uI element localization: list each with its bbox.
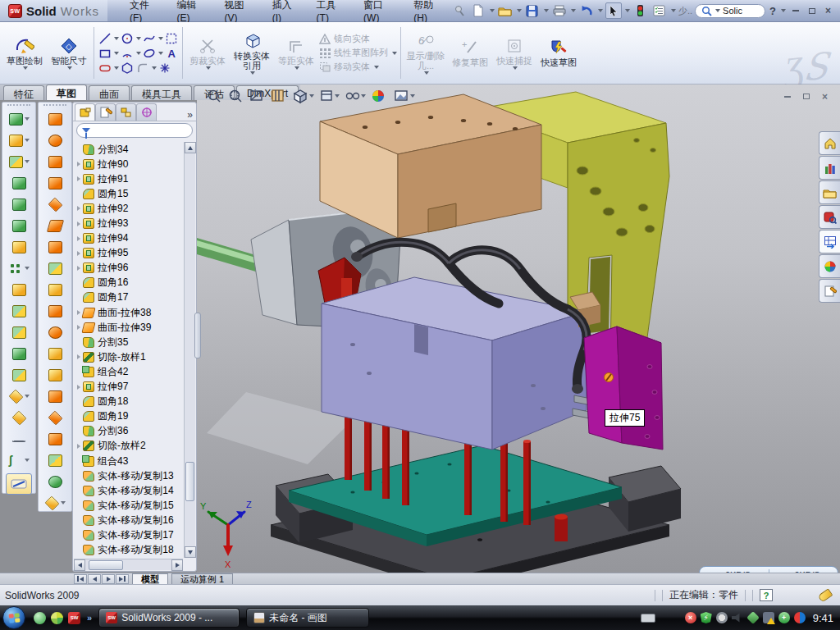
arc-dropdown-icon[interactable] [136, 52, 141, 55]
text-icon[interactable]: A [164, 46, 179, 60]
offset-entities-button[interactable]: 等距实体 [275, 24, 317, 82]
tree-item[interactable]: 圆角15 [75, 186, 183, 201]
tree-item[interactable]: 圆角18 [75, 395, 183, 409]
app-minimize-button[interactable] [788, 5, 802, 17]
dimxpert-manager-tab-icon[interactable] [136, 103, 157, 121]
delete-face-icon[interactable] [39, 407, 71, 428]
options-list-icon[interactable] [651, 2, 668, 19]
expand-arrow-icon[interactable] [75, 236, 83, 241]
tree-item[interactable]: 圆角16 [75, 276, 183, 290]
taskbar-window-solidworks[interactable]: SW SolidWorks 2009 - ... [98, 608, 240, 628]
tree-item[interactable]: 曲面-拉伸38 [75, 305, 183, 320]
spline-icon[interactable] [142, 31, 157, 45]
measure-tool-button[interactable] [6, 473, 32, 495]
scheduler-icon[interactable] [716, 612, 728, 623]
slide-insert-magenta[interactable] [584, 326, 663, 450]
tree-horizontal-scrollbar[interactable] [74, 559, 183, 570]
sketch-button[interactable]: 草图绘制 [3, 24, 46, 82]
display-delete-dropdown-icon[interactable] [424, 71, 429, 75]
tree-item[interactable]: 切除-放样1 [75, 349, 183, 364]
tab-mold-tools[interactable]: 模具工具 [131, 85, 192, 100]
knit-surface-icon[interactable] [39, 343, 71, 364]
tab-model[interactable]: 模型 [132, 573, 168, 584]
linear-pattern-dropdown-icon[interactable] [392, 52, 397, 55]
app-restore-button[interactable] [805, 5, 819, 17]
move-entities-button[interactable]: 移动实体 [319, 61, 397, 73]
tree-item[interactable]: 拉伸93 [75, 216, 183, 231]
search-scope-dropdown-icon[interactable] [715, 9, 720, 12]
scroll-left-button[interactable] [74, 559, 85, 571]
shell-tool-icon[interactable] [2, 194, 35, 215]
help-icon[interactable]: ? [768, 5, 778, 17]
quick-snaps-dropdown-icon[interactable] [513, 66, 518, 70]
rebuild-traffic-light-icon[interactable] [632, 2, 649, 19]
messenger-icon[interactable] [34, 612, 46, 624]
save-dropdown-icon[interactable] [544, 9, 549, 12]
first-tab-button[interactable] [74, 574, 87, 584]
untrim-surface-icon[interactable] [39, 322, 71, 343]
feature-manager-tab-icon[interactable] [75, 103, 95, 121]
ellipse-dropdown-icon[interactable] [158, 52, 163, 55]
extend-surface-icon[interactable] [39, 279, 71, 300]
solidworks-search-icon[interactable] [819, 205, 840, 229]
tree-item[interactable]: 曲面-拉伸39 [75, 320, 183, 335]
move-entities-dropdown-icon[interactable] [374, 66, 379, 69]
open-dropdown-icon[interactable] [517, 9, 522, 12]
scroll-up-button[interactable] [185, 142, 196, 153]
slot-dropdown-icon[interactable] [114, 66, 119, 70]
print-icon[interactable] [551, 2, 568, 19]
undo-dropdown-icon[interactable] [598, 9, 603, 12]
volume-icon[interactable] [732, 612, 743, 623]
line-icon[interactable] [98, 31, 112, 45]
scroll-thumb[interactable] [185, 462, 194, 501]
split-tool-icon[interactable] [2, 322, 35, 343]
trim-dropdown-icon[interactable] [206, 66, 211, 70]
panel-splitter-handle[interactable] [194, 313, 201, 358]
planar-surface-icon[interactable] [39, 215, 71, 236]
ellipse-icon[interactable] [142, 46, 157, 60]
combine-tool-icon[interactable] [2, 300, 35, 322]
app-close-button[interactable]: × [821, 5, 835, 17]
custom-properties-icon[interactable] [819, 279, 840, 303]
cavity-tool-icon[interactable] [2, 279, 35, 300]
file-explorer-icon[interactable] [819, 180, 840, 204]
antivirus-icon[interactable]: × [685, 612, 696, 623]
display-delete-relations-button[interactable]: 6⁄ 显示/删除几... [404, 24, 447, 82]
taskbar-window-paint[interactable]: 未命名 - 画图 [246, 608, 369, 628]
axis-tool-icon[interactable] [2, 428, 35, 450]
offset-dropdown-icon[interactable] [294, 66, 299, 70]
hscroll-thumb[interactable] [89, 560, 123, 570]
tree-item[interactable]: 分割35 [75, 335, 183, 349]
property-manager-tab-icon[interactable] [95, 103, 116, 121]
design-library-icon[interactable] [819, 156, 840, 180]
convert-dropdown-icon[interactable] [250, 71, 255, 75]
doc-restore-button[interactable] [799, 90, 813, 103]
trim-entities-button[interactable]: 剪裁实体 [186, 24, 229, 82]
circle-icon[interactable] [120, 31, 135, 45]
thicken-icon[interactable] [39, 364, 71, 386]
select-dropdown-icon[interactable] [625, 9, 630, 12]
next-tab-button[interactable] [102, 574, 115, 584]
tree-item[interactable]: 实体-移动/复制18 [75, 543, 183, 558]
view-palette-icon[interactable] [819, 230, 840, 253]
open-folder-icon[interactable] [497, 2, 514, 19]
tree-item[interactable]: 拉伸91 [75, 171, 183, 186]
keyboard-layout-icon[interactable] [641, 614, 655, 623]
toolbar-overflow-label[interactable]: 少.. [678, 5, 692, 17]
undo-icon[interactable] [578, 2, 595, 19]
extrude-cut-icon[interactable] [2, 130, 35, 151]
tree-item[interactable]: 实体-移动/复制16 [75, 513, 183, 527]
expand-arrow-icon[interactable] [75, 162, 83, 167]
tree-item[interactable]: 实体-移动/复制15 [75, 498, 183, 513]
lofted-surface-icon[interactable] [39, 151, 71, 172]
tab-features[interactable]: 特征 [3, 85, 44, 100]
tree-item[interactable]: 组合43 [75, 454, 183, 468]
spline-dropdown-icon[interactable] [158, 37, 163, 40]
scroll-down-button[interactable] [185, 546, 196, 558]
filled-surface-icon[interactable] [39, 194, 71, 215]
graphics-viewport[interactable]: Y Z X [197, 84, 840, 573]
tree-item[interactable]: 实体-移动/复制17 [75, 527, 183, 542]
scroll-right-button[interactable] [171, 559, 183, 571]
search-input[interactable] [723, 6, 759, 16]
last-tab-button[interactable] [116, 574, 129, 584]
